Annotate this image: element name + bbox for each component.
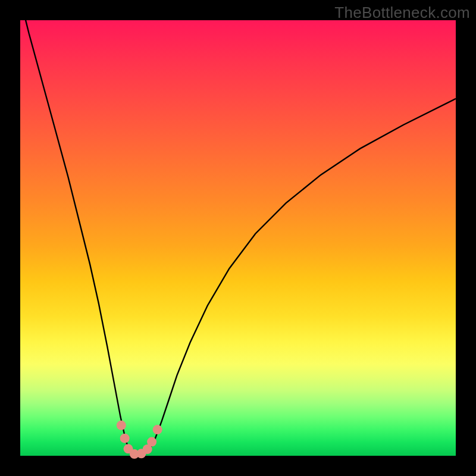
chart-frame: TheBottleneck.com bbox=[0, 0, 476, 476]
curve-marker bbox=[147, 437, 156, 447]
curve-marker bbox=[120, 434, 130, 443]
bottleneck-curve bbox=[20, 20, 456, 456]
curve-path bbox=[20, 0, 456, 455]
curve-markers bbox=[117, 421, 162, 459]
curve-marker bbox=[153, 425, 162, 434]
watermark-text: TheBottleneck.com bbox=[334, 4, 470, 22]
plot-area bbox=[20, 20, 456, 456]
curve-marker bbox=[117, 421, 126, 430]
